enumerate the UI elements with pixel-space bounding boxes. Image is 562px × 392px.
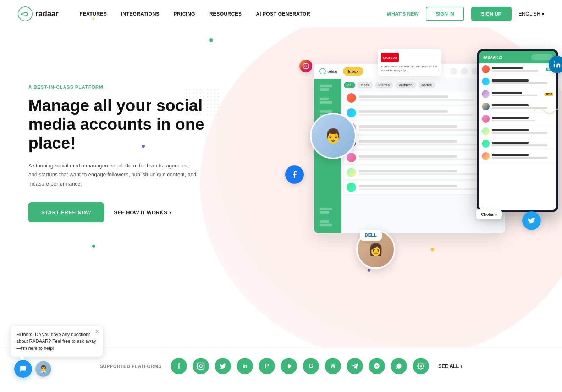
- inbox-avatar-5: [482, 115, 490, 123]
- instagram-float-icon: [299, 60, 312, 72]
- inbox-text-6: [492, 129, 553, 134]
- inbox-item-6[interactable]: [479, 125, 556, 138]
- inbox-avatar-7: [482, 140, 490, 148]
- inbox-screen-inner: RADAAR 2! New: [479, 51, 556, 210]
- inbox-avatar-1: [482, 65, 490, 73]
- item-avatar-6: [347, 168, 356, 177]
- logo[interactable]: radaar: [18, 6, 58, 21]
- item-avatar-2: [347, 108, 356, 117]
- nav-resources[interactable]: RESOURCES: [209, 11, 242, 17]
- inbox-text-8: [492, 154, 553, 159]
- coca-cola-card: Coca-Cola A great social channel has bee…: [378, 49, 441, 76]
- svg-rect-7: [198, 363, 204, 369]
- platform-whatsapp[interactable]: [391, 358, 407, 374]
- sidebar-item-2[interactable]: [318, 95, 337, 107]
- inbox-phone-screen: RADAAR 2! New: [477, 49, 558, 212]
- hero-title: Manage all your social media accounts in…: [28, 96, 213, 153]
- sidebar-item-1[interactable]: [318, 83, 337, 94]
- item-avatar-1: [347, 93, 356, 103]
- platform-wordpress[interactable]: W: [325, 358, 341, 374]
- item-text-1: [359, 95, 487, 101]
- nav-right: WHAT'S NEW SIGN IN SIGN UP ENGLISH ▾: [387, 7, 544, 21]
- deco-dot-green: [209, 38, 213, 42]
- inbox-item-3[interactable]: TEST: [479, 88, 556, 100]
- platform-facebook[interactable]: f: [171, 358, 187, 374]
- logo-text: radaar: [35, 9, 58, 18]
- platform-telegram[interactable]: [347, 358, 363, 374]
- inbox-avatar-6: [482, 127, 490, 135]
- inbox-item-8[interactable]: [479, 150, 556, 162]
- wavy-decoration: [534, 106, 562, 116]
- inbox-avatar-3: [482, 90, 490, 98]
- platform-messenger[interactable]: [369, 358, 385, 374]
- hero-left-content: A BEST-IN-CLASS PLATFORM Manage all your…: [28, 49, 213, 222]
- sidebar-item-5[interactable]: [318, 205, 337, 217]
- sign-up-button[interactable]: SIGN UP: [471, 7, 512, 21]
- inbox-text-1: [492, 67, 544, 72]
- inbox-badge-3: TEST: [544, 93, 553, 96]
- see-all-button[interactable]: SEE ALL ›: [438, 363, 462, 369]
- svg-point-10: [420, 365, 422, 367]
- chobani-card: Chobani: [476, 209, 502, 219]
- item-avatar-5: [347, 153, 356, 162]
- hero-description: A stunning social media management platf…: [28, 161, 199, 188]
- chevron-down-icon: ▾: [542, 11, 544, 17]
- nav-ai-post[interactable]: AI POST GENERATOR: [256, 11, 310, 17]
- platform-settings[interactable]: [413, 358, 429, 374]
- platform-google[interactable]: G: [303, 358, 319, 374]
- hero-cta: START FREE NOW SEE HOW IT WORKS ›: [28, 202, 213, 222]
- inbox-text-3: [492, 92, 542, 96]
- inbox-avatar-2: [482, 78, 490, 85]
- inbox-item-2[interactable]: [479, 76, 556, 88]
- coca-cola-logo: Coca-Cola: [381, 53, 399, 62]
- filter-starred[interactable]: Starred: [375, 82, 393, 88]
- inbox-search[interactable]: [531, 54, 553, 60]
- hero-section: A BEST-IN-CLASS PLATFORM Manage all your…: [0, 28, 562, 347]
- inbox-header: RADAAR 2!: [479, 51, 556, 63]
- nav-integrations[interactable]: INTEGRATIONS: [121, 11, 159, 17]
- deco-dot-blue: [92, 245, 95, 248]
- see-how-button[interactable]: SEE HOW IT WORKS ›: [114, 209, 171, 216]
- start-free-button[interactable]: START FREE NOW: [28, 202, 104, 222]
- platform-linkedin[interactable]: in: [237, 358, 253, 374]
- chat-agent-row: 👨‍💼: [11, 360, 103, 378]
- arrow-icon: ›: [169, 209, 171, 216]
- inbox-avatar-4: [482, 103, 490, 110]
- inbox-item-1[interactable]: New: [479, 63, 556, 76]
- inbox-avatar-8: [482, 152, 490, 160]
- filter-sorted[interactable]: Sorted: [418, 82, 436, 88]
- platform-label: A BEST-IN-CLASS PLATFORM: [28, 84, 213, 90]
- inbox-tab[interactable]: Inbox: [343, 67, 363, 76]
- platform-youtube[interactable]: [281, 358, 297, 374]
- chat-close-button[interactable]: ✕: [95, 329, 99, 335]
- dashboard-logo: radaar: [319, 68, 340, 75]
- svg-point-1: [21, 13, 22, 15]
- svg-marker-9: [288, 364, 292, 369]
- inbox-text-5: [492, 117, 553, 121]
- svg-point-2: [320, 68, 325, 74]
- inbox-item-7[interactable]: [479, 138, 556, 150]
- language-selector[interactable]: ENGLISH ▾: [519, 11, 544, 17]
- hero-mockup: radaar Inbox: [296, 42, 558, 290]
- nav-pricing[interactable]: PRICING: [173, 11, 195, 17]
- nav-features[interactable]: FEATURES: [79, 11, 107, 17]
- chat-open-button[interactable]: [14, 360, 32, 378]
- chat-bubble: ✕ Hi there! Do you have any questions ab…: [11, 326, 103, 357]
- chat-widget: ✕ Hi there! Do you have any questions ab…: [11, 326, 103, 378]
- nav-links: FEATURES INTEGRATIONS PRICING RESOURCES …: [79, 11, 386, 17]
- see-all-arrow-icon: ›: [461, 363, 462, 369]
- filter-archived[interactable]: Archived: [395, 82, 416, 88]
- item-text-2: [359, 110, 486, 116]
- coca-cola-text: A great social channel has been used on …: [381, 65, 438, 72]
- whats-new-link[interactable]: WHAT'S NEW: [387, 11, 419, 17]
- sign-in-button[interactable]: SIGN IN: [426, 7, 464, 21]
- platform-instagram[interactable]: [193, 358, 209, 374]
- platform-pinterest[interactable]: P: [259, 358, 275, 374]
- platform-twitter[interactable]: [215, 358, 231, 374]
- filter-all[interactable]: All: [344, 82, 355, 88]
- filter-inbox[interactable]: Inbox: [357, 82, 373, 88]
- svg-text:radaar: radaar: [327, 70, 338, 73]
- chat-message: Hi there! Do you have any questions abou…: [16, 331, 97, 352]
- inbox-text-7: [492, 142, 553, 146]
- sidebar-item-6[interactable]: [318, 218, 337, 230]
